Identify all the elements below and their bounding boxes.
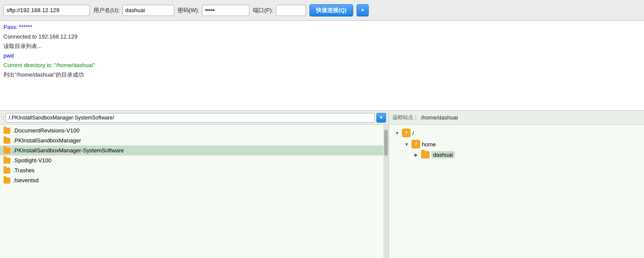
remote-label: 远程站点： — [392, 114, 418, 121]
file-item[interactable]: .DocumentRevisions-V100 — [0, 126, 383, 135]
username-input[interactable] — [122, 5, 174, 16]
folder-icon — [3, 168, 10, 174]
log-line: pwd — [3, 51, 641, 61]
left-content: .DocumentRevisions-V100.PKInstallSandbox… — [0, 125, 389, 258]
connect-dropdown-button[interactable]: ▼ — [357, 4, 369, 16]
panels: : ▼ .DocumentRevisions-V100.PKInstallSan… — [0, 111, 644, 258]
file-item-label: .PKInstallSandboxManager-SystemSoftware — [13, 147, 124, 154]
tree-arrow-icon — [413, 152, 419, 158]
folder-icon — [3, 128, 10, 134]
url-field — [3, 5, 90, 16]
password-field: 密码(W): — [178, 5, 250, 16]
port-field: 端口(P): — [253, 5, 306, 16]
file-item-label: .Trashes — [13, 167, 35, 174]
password-input[interactable] — [202, 5, 249, 16]
file-item[interactable]: .PKInstallSandboxManager — [0, 135, 383, 145]
right-path-bar: 远程站点： /home/dashuai — [389, 111, 644, 125]
file-item[interactable]: .PKInstallSandboxManager-SystemSoftware — [0, 145, 383, 155]
log-line: 读取目录列表... — [3, 42, 641, 51]
tree-arrow-icon — [404, 141, 410, 147]
file-list: .DocumentRevisions-V100.PKInstallSandbox… — [0, 125, 383, 258]
file-item[interactable]: .fseventsd — [0, 175, 383, 185]
log-line: Connected to 192.168.12.129 — [3, 32, 641, 42]
file-item[interactable]: .Trashes — [0, 165, 383, 175]
file-item-label: .fseventsd — [13, 177, 38, 184]
folder-icon — [3, 138, 10, 144]
url-input[interactable] — [3, 5, 90, 16]
left-path-label: : — [3, 115, 4, 121]
file-item-label: .Spotlight-V100 — [13, 157, 51, 164]
tree-item-label: home — [422, 141, 436, 148]
right-panel: 远程站点： /home/dashuai ?/?homedashuai — [389, 111, 644, 258]
folder-icon — [421, 151, 430, 158]
port-label: 端口(P): — [253, 6, 273, 14]
question-icon: ? — [411, 140, 420, 148]
file-item-label: .DocumentRevisions-V100 — [13, 127, 80, 134]
folder-icon — [3, 148, 10, 154]
file-item-label: .PKInstallSandboxManager — [13, 137, 81, 144]
port-input[interactable] — [276, 5, 306, 16]
left-scrollbar[interactable] — [383, 125, 389, 258]
username-label: 用户名(U): — [93, 6, 120, 14]
folder-icon — [3, 177, 10, 184]
remote-path: /home/dashuai — [421, 114, 458, 121]
tree-arrow-icon — [394, 130, 400, 136]
left-path-dropdown-button[interactable]: ▼ — [376, 113, 386, 123]
left-path-bar: : ▼ — [0, 111, 389, 125]
question-icon: ? — [402, 129, 411, 137]
tree-item[interactable]: ?/ — [391, 127, 642, 139]
tree-item-label: / — [412, 130, 414, 136]
tree-area: ?/?homedashuai — [389, 125, 644, 258]
log-line: Pass: ****** — [3, 23, 641, 32]
tree-item[interactable]: ?home — [391, 139, 642, 150]
file-item[interactable]: .Spotlight-V100 — [0, 155, 383, 165]
log-line: Current directory is: "/home/dashuai" — [3, 61, 641, 70]
connect-button[interactable]: 快速连接(Q) — [309, 4, 353, 16]
password-label: 密码(W): — [178, 6, 200, 14]
left-path-input[interactable] — [6, 113, 375, 123]
scrollbar-thumb — [384, 130, 388, 156]
log-area: Pass: ******Connected to 192.168.12.129读… — [0, 21, 644, 111]
username-field: 用户名(U): — [93, 5, 174, 16]
toolbar: 用户名(U): 密码(W): 端口(P): 快速连接(Q) ▼ — [0, 0, 644, 21]
log-line: 列出"/home/dashuai"的目录成功 — [3, 70, 641, 80]
tree-item-label: dashuai — [431, 151, 455, 158]
left-panel: : ▼ .DocumentRevisions-V100.PKInstallSan… — [0, 111, 389, 258]
tree-item[interactable]: dashuai — [391, 150, 642, 160]
folder-icon — [3, 158, 10, 164]
